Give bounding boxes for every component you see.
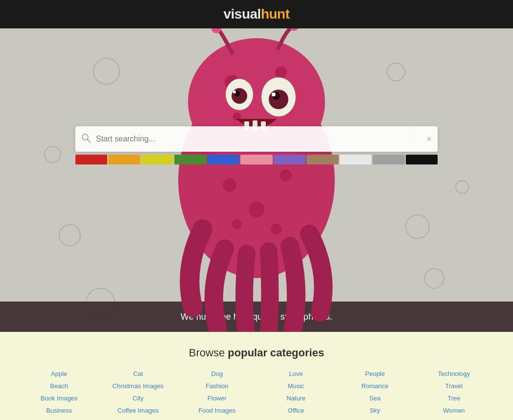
- bubble-decoration: [424, 268, 444, 289]
- color-swatch-black[interactable]: [406, 155, 438, 164]
- category-link[interactable]: Beach: [20, 382, 98, 390]
- hero-section: × We hunt free high quality stock photos…: [0, 28, 513, 332]
- category-link[interactable]: Travel: [415, 382, 493, 390]
- category-link[interactable]: Dog: [178, 370, 256, 377]
- bubble-decoration: [44, 146, 61, 163]
- category-link[interactable]: Sky: [335, 407, 414, 414]
- category-link[interactable]: Fashion: [178, 382, 256, 390]
- categories-section: Browse popular categories AppleCatDogLov…: [0, 332, 513, 420]
- bubble-decoration: [405, 214, 430, 239]
- category-link[interactable]: Apple: [20, 370, 98, 377]
- category-link[interactable]: Love: [256, 370, 335, 377]
- category-link[interactable]: Music: [256, 382, 335, 390]
- category-link[interactable]: Nature: [256, 395, 335, 402]
- category-link[interactable]: Flower: [178, 395, 256, 402]
- svg-point-21: [249, 202, 264, 217]
- category-link[interactable]: Business: [20, 407, 98, 414]
- search-icon: [81, 133, 91, 145]
- category-link[interactable]: Cat: [98, 370, 177, 377]
- color-swatch-green[interactable]: [174, 155, 206, 164]
- svg-point-23: [271, 224, 281, 234]
- categories-title: Browse popular categories: [20, 347, 493, 359]
- svg-line-25: [88, 140, 91, 142]
- search-clear-button[interactable]: ×: [426, 134, 432, 144]
- category-link[interactable]: Food Images: [178, 407, 256, 414]
- search-box: ×: [75, 126, 438, 152]
- category-link[interactable]: Women: [415, 407, 493, 414]
- color-swatch-brown[interactable]: [306, 155, 338, 164]
- logo[interactable]: visualhunt: [223, 6, 289, 22]
- category-link[interactable]: Office: [256, 407, 335, 414]
- color-swatch-yellow[interactable]: [141, 155, 173, 164]
- color-filter-bar: [75, 155, 438, 164]
- category-link[interactable]: City: [98, 395, 177, 402]
- color-swatch-orange[interactable]: [108, 155, 140, 164]
- categories-grid: AppleCatDogLovePeopleTechnologyBeachChri…: [20, 370, 493, 420]
- category-link[interactable]: People: [335, 370, 414, 377]
- category-link[interactable]: Romance: [335, 382, 414, 390]
- svg-point-12: [233, 91, 236, 93]
- svg-point-8: [232, 88, 247, 104]
- hero-illustration: [154, 28, 359, 332]
- search-input[interactable]: [96, 135, 426, 143]
- category-link[interactable]: Tree: [415, 395, 493, 402]
- bubble-decoration: [387, 63, 405, 81]
- svg-point-13: [272, 93, 276, 96]
- search-container: ×: [75, 126, 438, 164]
- category-link[interactable]: Technology: [415, 370, 493, 377]
- color-swatch-gray[interactable]: [373, 155, 404, 164]
- color-swatch-pink[interactable]: [240, 155, 272, 164]
- logo-visual-text: visual: [223, 6, 260, 22]
- category-link[interactable]: Sea: [335, 395, 414, 402]
- bubble-decoration: [93, 58, 120, 85]
- bubble-decoration: [455, 180, 469, 194]
- color-swatch-white[interactable]: [340, 155, 372, 164]
- logo-hunt-text: hunt: [261, 6, 290, 22]
- category-link[interactable]: Coffee Images: [98, 407, 177, 414]
- bubble-decoration: [59, 224, 81, 246]
- svg-point-24: [82, 134, 88, 140]
- svg-point-19: [223, 178, 236, 192]
- svg-point-22: [232, 219, 242, 229]
- color-swatch-red[interactable]: [75, 155, 107, 164]
- svg-point-9: [269, 90, 288, 109]
- site-header: visualhunt: [0, 0, 513, 28]
- category-link[interactable]: Christmas Images: [98, 382, 177, 390]
- svg-point-3: [275, 67, 287, 78]
- color-swatch-blue[interactable]: [208, 155, 239, 164]
- color-swatch-purple[interactable]: [274, 155, 305, 164]
- svg-point-20: [280, 169, 292, 181]
- category-link[interactable]: Book Images: [20, 395, 98, 402]
